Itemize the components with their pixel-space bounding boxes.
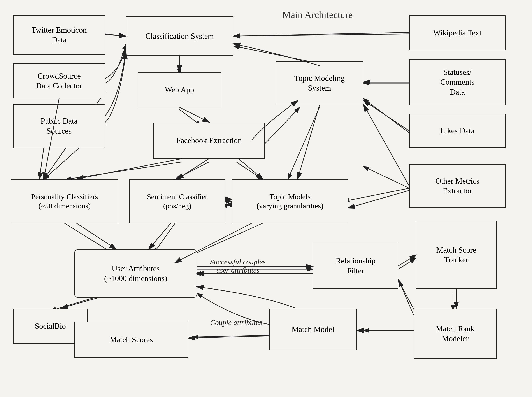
- match-rank-modeler: Match RankModeler: [414, 309, 497, 359]
- svg-line-14: [363, 166, 409, 188]
- svg-line-41: [177, 159, 209, 179]
- svg-line-36: [364, 101, 409, 131]
- sentiment-classifier: Sentiment Classifier(pos/neg): [129, 180, 225, 223]
- svg-line-15: [344, 188, 409, 201]
- svg-line-42: [239, 159, 263, 179]
- svg-line-55: [61, 298, 99, 308]
- couple-attributes-label: Couple attributes: [210, 318, 262, 327]
- web-app: Web App: [138, 72, 221, 107]
- svg-line-12: [175, 162, 209, 180]
- svg-line-13: [236, 162, 263, 180]
- twitter-emoticon-data: Twitter EmoticonData: [13, 15, 105, 55]
- svg-line-2: [105, 34, 126, 36]
- svg-line-32: [234, 32, 409, 36]
- svg-line-38: [348, 190, 409, 208]
- svg-line-3: [233, 34, 409, 36]
- svg-line-8: [363, 99, 409, 133]
- likes-data: Likes Data: [409, 114, 506, 148]
- svg-line-19: [153, 223, 175, 254]
- other-metrics-extractor: Other MetricsExtractor: [409, 164, 506, 208]
- svg-line-40: [77, 159, 182, 179]
- personality-classifiers: Personality Classifiers(~50 dimensions): [11, 180, 118, 223]
- facebook-extraction: Facebook Extraction: [153, 123, 265, 159]
- svg-line-39: [364, 105, 409, 186]
- svg-line-31: [105, 35, 126, 36]
- svg-line-46: [149, 223, 171, 249]
- topic-models: Topic Models(varying granularities): [232, 180, 348, 223]
- relationship-filter: RelationshipFilter: [313, 243, 398, 289]
- svg-line-54: [189, 336, 269, 338]
- svg-line-10: [288, 107, 320, 180]
- svg-line-34: [179, 107, 209, 122]
- svg-line-50: [398, 255, 416, 266]
- svg-line-11: [66, 162, 182, 180]
- svg-line-45: [77, 223, 116, 249]
- user-attributes: User Attributes(~1000 dimensions): [74, 249, 197, 298]
- svg-line-23: [398, 258, 416, 269]
- crowdsource-data-collector: CrowdSourceData Collector: [13, 63, 105, 99]
- wikipedia-text: Wikipedia Text: [409, 15, 506, 50]
- statuses-comments-data: Statuses/CommentsData: [409, 59, 506, 105]
- svg-line-37: [298, 105, 320, 179]
- public-data-sources: Public DataSources: [13, 104, 105, 148]
- match-model: Match Model: [269, 309, 357, 350]
- svg-line-6: [265, 107, 300, 144]
- diagram-container: Twitter EmoticonData CrowdSourceData Col…: [0, 0, 532, 397]
- topic-modeling-system: Topic ModelingSystem: [276, 61, 363, 105]
- svg-line-26: [398, 280, 416, 313]
- svg-line-9: [233, 46, 320, 63]
- match-scores: Match Scores: [74, 322, 188, 358]
- svg-line-53: [399, 280, 414, 315]
- main-architecture-title: Main Architecture: [282, 9, 353, 20]
- match-score-tracker: Match ScoreTracker: [416, 221, 497, 289]
- svg-line-27: [192, 335, 280, 337]
- svg-line-18: [65, 223, 114, 254]
- successful-couples-label: Successful couplesuser attributes: [210, 258, 266, 274]
- classification-system: Classification System: [126, 16, 233, 56]
